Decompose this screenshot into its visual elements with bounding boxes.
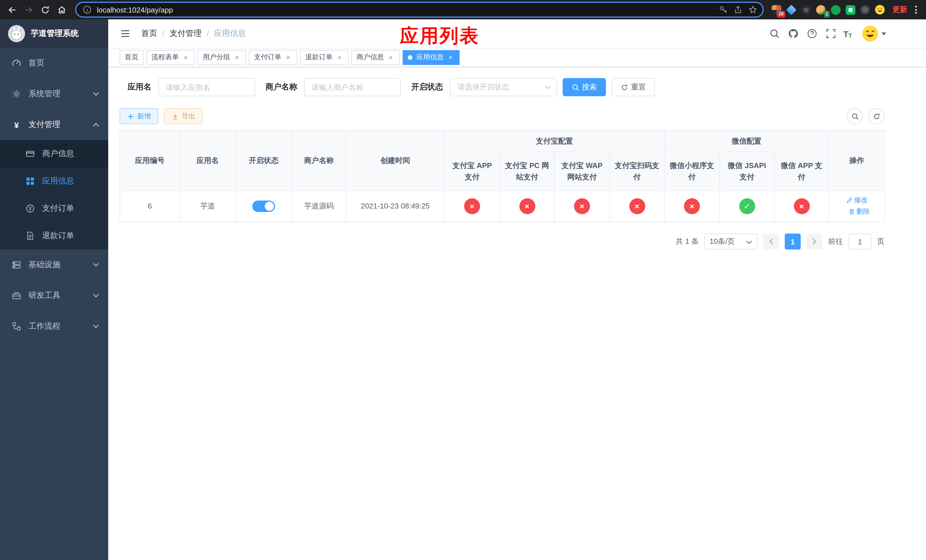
github-icon[interactable] xyxy=(785,26,800,41)
cell-app-name: 芋道 xyxy=(180,191,236,222)
extension-pin-icon[interactable] xyxy=(858,3,872,17)
fullscreen-icon[interactable] xyxy=(823,26,838,41)
close-icon[interactable]: × xyxy=(446,53,454,61)
goto-page-input[interactable] xyxy=(849,233,872,250)
search-button[interactable]: 搜索 xyxy=(563,78,606,96)
col-app-id: 应用编号 xyxy=(120,130,180,191)
sidebar-item-app-info[interactable]: 应用信息 xyxy=(0,168,108,195)
site-info-icon[interactable] xyxy=(82,5,92,15)
help-icon[interactable] xyxy=(804,26,819,41)
payment-submenu: 商户信息 应用信息 支付订单 退款订单 xyxy=(0,140,108,250)
sidebar-item-label: 应用信息 xyxy=(42,176,74,186)
extension-green-circle-icon[interactable] xyxy=(829,3,842,17)
sidebar-item-merchant-info[interactable]: 商户信息 xyxy=(0,140,108,168)
status-select-placeholder: 请选择开启状态 xyxy=(457,82,509,92)
logo-avatar xyxy=(8,25,25,42)
breadcrumb-separator: / xyxy=(162,29,165,38)
extension-grid-icon[interactable]: 10 xyxy=(769,3,783,17)
navbar: 首页 / 支付管理 / 应用信息 应用列表 TT xyxy=(108,20,926,48)
cell-created: 2021-10-23 08:49:25 xyxy=(346,191,445,222)
sidebar-item-devtools[interactable]: 研发工具 xyxy=(0,280,108,311)
refresh-icon xyxy=(621,83,628,91)
sidebar-item-refund-order[interactable]: 退款订单 xyxy=(0,222,108,250)
status-select[interactable]: 请选择开启状态 xyxy=(450,78,557,96)
refresh-table-button[interactable] xyxy=(869,108,884,124)
app-table: 应用编号 应用名 开启状态 商户名称 创建时间 支付宝配置 微信配置 操作 支付… xyxy=(120,130,885,222)
profile-emoji-icon[interactable] xyxy=(873,3,887,17)
prev-page-button[interactable] xyxy=(763,233,779,250)
sidebar-item-infrastructure[interactable]: 基础设施 xyxy=(0,250,108,280)
page-size-select[interactable]: 10条/页 xyxy=(705,233,757,250)
merchant-name-input[interactable] xyxy=(304,78,401,96)
chrome-update-button[interactable]: 更新 xyxy=(888,5,912,15)
breadcrumb-payment[interactable]: 支付管理 xyxy=(170,29,201,39)
breadcrumb-separator: / xyxy=(207,29,209,38)
back-icon[interactable] xyxy=(5,2,20,17)
tab-pay-order[interactable]: 支付订单× xyxy=(249,50,297,65)
browser-toolbar: localhost:1024/pay/app 10 1 更新 xyxy=(0,0,926,20)
col-group-alipay: 支付宝配置 xyxy=(445,130,664,152)
tab-refund-order[interactable]: 退款订单× xyxy=(300,50,348,65)
sidebar-item-home[interactable]: 首页 xyxy=(0,48,108,79)
app-name-input[interactable] xyxy=(158,78,255,96)
chevron-down-icon xyxy=(93,92,99,96)
close-icon[interactable]: × xyxy=(233,53,241,61)
edit-link[interactable]: 修改 xyxy=(846,195,868,205)
collapse-sidebar-icon[interactable] xyxy=(116,24,135,43)
sidebar-item-pay-order[interactable]: 支付订单 xyxy=(0,195,108,222)
extension-dark-circle-icon[interactable] xyxy=(799,3,813,17)
extension-avatar-icon[interactable]: 1 xyxy=(814,3,828,17)
grid-icon xyxy=(25,176,35,186)
tab-home[interactable]: 首页 xyxy=(120,50,144,65)
user-menu[interactable] xyxy=(862,25,886,42)
tab-app-info[interactable]: 应用信息× xyxy=(402,50,460,65)
tab-process-form[interactable]: 流程表单× xyxy=(146,50,195,65)
wx-lite-status-icon: × xyxy=(684,198,700,214)
bookmark-star-icon[interactable] xyxy=(748,5,758,15)
app-logo[interactable]: 芋道管理系统 xyxy=(0,20,108,48)
font-size-icon[interactable]: TT xyxy=(842,29,853,38)
share-icon[interactable] xyxy=(733,5,743,15)
sidebar-item-system[interactable]: 系统管理 xyxy=(0,79,108,109)
url-text[interactable]: localhost:1024/pay/app xyxy=(97,5,714,14)
breadcrumb: 首页 / 支付管理 / 应用信息 xyxy=(141,29,246,39)
sidebar-item-label: 支付管理 xyxy=(29,120,86,130)
close-icon[interactable]: × xyxy=(336,53,343,61)
add-button[interactable]: 新增 xyxy=(120,108,158,124)
next-page-button[interactable] xyxy=(806,233,822,250)
reload-icon[interactable] xyxy=(38,2,53,17)
cell-app-id: 6 xyxy=(120,191,180,222)
browser-menu-icon[interactable] xyxy=(913,3,921,16)
close-icon[interactable]: × xyxy=(182,53,190,61)
col-merchant: 商户名称 xyxy=(292,130,346,191)
close-icon[interactable]: × xyxy=(284,53,292,61)
extension-diamond-icon[interactable] xyxy=(784,3,798,17)
col-alipay-wap: 支付宝 WAP 网站支付 xyxy=(554,152,610,191)
reset-button[interactable]: 重置 xyxy=(612,78,655,96)
page-content: 应用名 商户名称 开启状态 请选择开启状态 搜索 xyxy=(108,67,926,560)
sidebar-item-payment[interactable]: ¥ 支付管理 xyxy=(0,109,108,140)
sidebar-item-workflow[interactable]: 工作流程 xyxy=(0,311,108,342)
alipay-pc-status-icon: × xyxy=(519,198,535,214)
chevron-left-icon xyxy=(768,238,774,245)
tab-user-group[interactable]: 用户分组× xyxy=(198,50,246,65)
page-number-button[interactable]: 1 xyxy=(785,233,801,250)
search-icon[interactable] xyxy=(767,26,782,41)
workflow-icon xyxy=(11,321,22,331)
extension-wechat-devtools-icon[interactable] xyxy=(843,3,857,17)
password-key-icon[interactable] xyxy=(718,5,728,15)
chevron-down-icon xyxy=(545,85,551,89)
sidebar-item-label: 基础设施 xyxy=(29,260,86,270)
page-annotation: 应用列表 xyxy=(400,23,480,49)
url-bar[interactable]: localhost:1024/pay/app xyxy=(75,2,764,18)
breadcrumb-home[interactable]: 首页 xyxy=(141,29,157,39)
credit-card-icon xyxy=(25,149,35,159)
status-toggle[interactable] xyxy=(252,201,275,212)
toggle-search-button[interactable] xyxy=(847,108,863,124)
chevron-down-icon xyxy=(93,324,99,329)
delete-link[interactable]: 删除 xyxy=(848,206,870,216)
home-icon[interactable] xyxy=(54,2,70,17)
export-button[interactable]: 导出 xyxy=(164,108,203,124)
close-icon[interactable]: × xyxy=(387,53,395,61)
tab-merchant-info[interactable]: 商户信息× xyxy=(351,50,400,65)
